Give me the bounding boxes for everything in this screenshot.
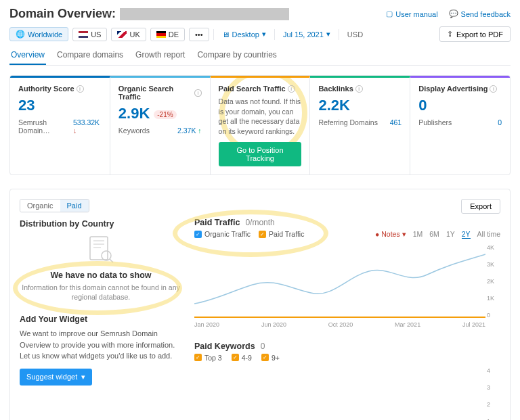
paid-keywords-title: Paid Keywords [194,342,255,351]
separator [213,29,214,40]
note-icon: ● [375,230,379,238]
toggle-paid[interactable]: Paid [60,200,89,212]
country-de[interactable]: DE [150,28,185,41]
range-1y[interactable]: 1Y [446,230,455,238]
x-axis-labels: Jan 2020 Jun 2020 Oct 2020 Mar 2021 Jul … [194,321,485,328]
date-filter[interactable]: Jul 15, 2021▾ [279,28,334,41]
globe-icon: 🌐 [16,30,25,39]
change-badge: -21% [154,110,176,119]
legend-top3[interactable]: ✓Top 3 [194,354,222,362]
separator [274,29,275,40]
paid-keywords-chart: 4 3 2 1 0 [194,367,500,420]
metric-display-advertising[interactable]: Display Advertisingi 0 Publishers0 [410,76,510,174]
checkbox-icon: ✓ [259,231,266,238]
checkbox-icon: ✓ [232,354,239,361]
chevron-down-icon: ▾ [402,230,406,238]
legend-9plus[interactable]: ✓9+ [261,354,280,362]
distribution-title: Distribution by Country [20,219,182,229]
send-feedback-link[interactable]: 💬Send feedback [449,9,511,18]
info-icon: i [288,85,295,93]
metric-value: 2.9K-21% [118,105,202,122]
suggest-widget-button[interactable]: Suggest widget▾ [20,369,92,386]
country-more[interactable]: ••• [189,28,209,41]
page-title: Domain Overview: [9,7,116,21]
range-2y[interactable]: 2Y [462,230,471,239]
widget-section-message: We want to improve our Semrush Domain Ov… [20,328,182,362]
checkbox-icon: ✓ [194,231,202,238]
arrow-up-icon: ↑ [198,126,201,135]
metric-value: 23 [18,97,102,114]
tab-growth-report[interactable]: Growth report [134,46,186,65]
info-icon: i [194,89,201,97]
export-icon: ⇪ [447,30,453,39]
country-uk[interactable]: UK [111,28,146,41]
domain-name-redacted [120,8,289,20]
range-6m[interactable]: 6M [429,230,439,238]
desktop-icon: 🖥 [222,30,230,39]
checkbox-icon: ✓ [261,354,269,361]
flag-uk-icon [117,31,127,38]
paid-traffic-title: Paid Traffic [194,218,240,227]
country-us[interactable]: US [72,28,107,41]
separator [339,29,339,40]
svg-line-5 [110,259,113,262]
metric-message: Data was not found. If this is your doma… [219,97,302,137]
metric-authority-score[interactable]: Authority Scorei 23 Semrush Domain…533.3… [10,76,110,174]
paid-keywords-value: 0 [261,342,265,351]
metric-value: 2.2K [318,97,402,114]
tab-compare-countries[interactable]: Compare by countries [196,46,278,65]
chevron-down-icon: ▾ [326,30,330,39]
info-icon: i [77,85,84,93]
svg-rect-0 [90,237,108,260]
export-button[interactable]: Export [461,199,500,214]
book-icon: ▢ [386,9,393,18]
traffic-type-toggle: Organic Paid [20,199,89,212]
no-data-message: Information for this domain cannot be fo… [20,283,182,302]
metric-backlinks[interactable]: Backlinksi 2.2K Referring Domains461 [310,76,410,174]
speech-icon: 💬 [449,9,458,18]
paid-traffic-value: 0/month [245,218,274,227]
tab-overview[interactable]: Overview [9,46,46,65]
tab-compare-domains[interactable]: Compare domains [56,46,125,65]
chevron-down-icon: ▾ [81,373,85,381]
legend-paid[interactable]: ✓Paid Traffic [259,230,304,238]
legend-organic[interactable]: ✓Organic Traffic [194,230,251,238]
no-data-title: We have no data to show [20,271,182,280]
notes-dropdown[interactable]: ●Notes▾ [375,230,406,238]
export-pdf-button[interactable]: ⇪Export to PDF [439,26,511,42]
metric-value: 0 [418,97,502,114]
toggle-organic[interactable]: Organic [20,200,60,212]
info-icon: i [355,85,363,93]
svg-point-4 [102,251,111,260]
widget-section-title: Add Your Widget [20,314,182,324]
chevron-down-icon: ▾ [262,30,266,39]
flag-de-icon [156,31,166,38]
range-1m[interactable]: 1M [413,230,423,238]
info-icon: i [490,85,497,93]
range-alltime[interactable]: All time [477,230,500,238]
worldwide-filter[interactable]: 🌐Worldwide [9,27,68,41]
currency-label: USD [343,28,367,41]
go-position-tracking-button[interactable]: Go to Position Tracking [219,142,302,166]
paid-traffic-chart: 4K 3K 2K 1K 0 [194,244,500,319]
user-manual-link[interactable]: ▢User manual [386,9,437,18]
metric-paid-traffic[interactable]: Paid Search Traffici Data was not found.… [211,76,311,174]
device-filter[interactable]: 🖥Desktop▾ [218,28,270,41]
legend-4-9[interactable]: ✓4-9 [232,354,252,362]
arrow-down-icon: ↓ [73,126,77,135]
metric-organic-traffic[interactable]: Organic Search Traffici 2.9K-21% Keyword… [110,76,211,174]
flag-us-icon [79,31,88,38]
checkbox-icon: ✓ [194,354,202,361]
document-search-icon [87,235,114,265]
